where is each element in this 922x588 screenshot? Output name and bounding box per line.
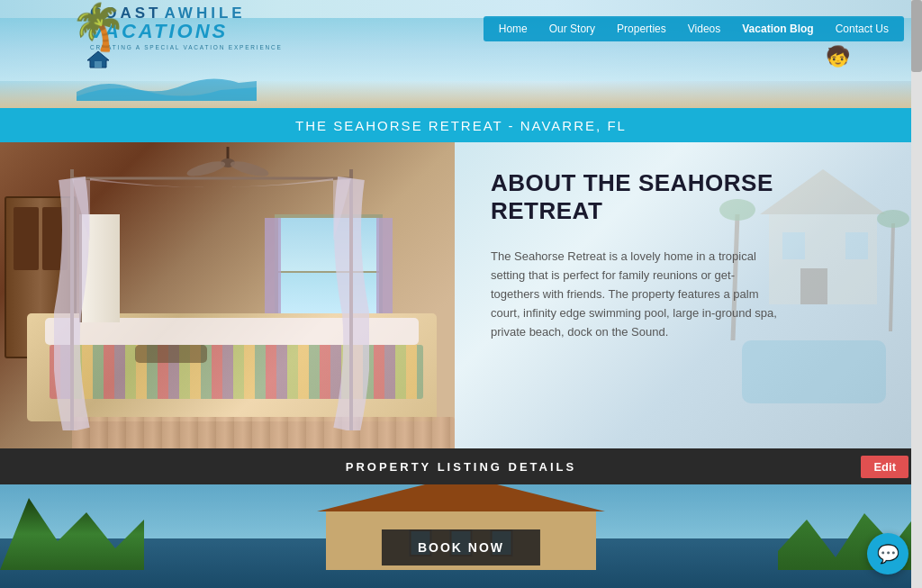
nav-properties[interactable]: Properties: [606, 16, 677, 41]
property-listing-title: PROPERTY LISTING DETAILS: [346, 460, 576, 474]
main-content: ABOUT THE SEAHORSE RETREAT The Seahorse …: [0, 142, 922, 448]
bedroom-image: [0, 142, 455, 448]
book-now-button[interactable]: BOOK NOW: [382, 529, 540, 565]
svg-rect-18: [742, 340, 886, 403]
nav-contact-us[interactable]: Contact Us: [825, 16, 899, 41]
bottom-section: PROPERTY LISTING DETAILS Edit BOOK NOW: [0, 448, 922, 588]
nav-home[interactable]: Home: [488, 16, 538, 41]
house-roof: [317, 484, 605, 511]
nav-bar: Home Our Story Properties Videos Vacatio…: [484, 16, 904, 41]
about-content: ABOUT THE SEAHORSE RETREAT The Seahorse …: [491, 169, 886, 341]
bottom-image: BOOK NOW: [0, 484, 922, 588]
svg-point-5: [229, 158, 270, 179]
property-listing-banner: PROPERTY LISTING DETAILS Edit: [0, 448, 922, 484]
canopy-frame: [54, 169, 369, 430]
child-figure: 🧒: [826, 45, 850, 68]
svg-line-16: [890, 223, 893, 331]
property-location: - Navarre, FL: [502, 118, 626, 133]
svg-rect-1: [95, 61, 102, 68]
nav-vacation-blog[interactable]: Vacation Blog: [731, 16, 824, 41]
property-title-text: THE SEAHORSE RETREAT - Navarre, FL: [295, 118, 627, 133]
chat-icon: 💬: [877, 543, 899, 565]
nav-videos[interactable]: Videos: [677, 16, 731, 41]
palm-icon: 🌴: [70, 5, 126, 50]
about-title: ABOUT THE SEAHORSE RETREAT: [491, 169, 886, 225]
chat-bubble[interactable]: 💬: [867, 533, 908, 574]
site-header: 🧒 🌴 COAST AWHILE VACATIONS CREATING A SP…: [0, 0, 922, 108]
scrollbar-track[interactable]: [911, 0, 922, 588]
ceiling-fan: [183, 147, 273, 192]
scrollbar-thumb[interactable]: [911, 0, 922, 72]
about-section: ABOUT THE SEAHORSE RETREAT The Seahorse …: [455, 142, 922, 448]
svg-point-4: [185, 158, 227, 179]
about-description: The Seahorse Retreat is a lovely home in…: [491, 248, 779, 341]
property-title-banner: THE SEAHORSE RETREAT - Navarre, FL: [0, 108, 922, 142]
edit-button[interactable]: Edit: [861, 456, 908, 478]
nav-our-story[interactable]: Our Story: [538, 16, 606, 41]
property-name: THE SEAHORSE RETREAT: [295, 118, 502, 133]
house-icon: [86, 50, 111, 69]
wave-decoration: [77, 74, 257, 101]
